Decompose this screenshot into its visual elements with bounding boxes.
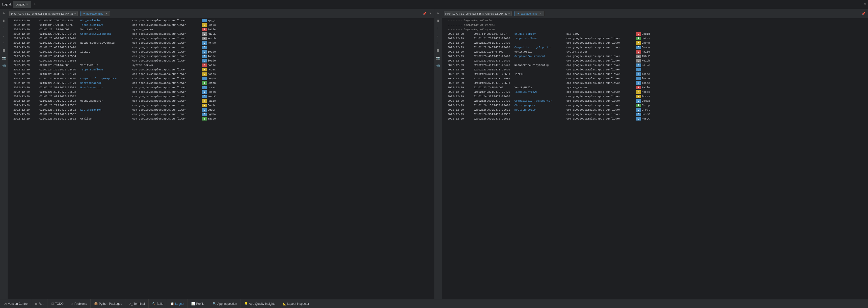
log-row[interactable]: 2022-12-2902:02:23.62122470-22584libEGLc… xyxy=(8,50,434,54)
sidebar-icon-clear[interactable]: ⊗ xyxy=(0,10,7,17)
left-pin-icon[interactable]: 📌 xyxy=(422,11,428,16)
sidebar-icon-pause[interactable]: ⏸ xyxy=(0,17,7,24)
log-row[interactable]: 2022-12-2902:02:23.40222470-22470com.goo… xyxy=(442,67,868,72)
bottom-item-python-packages[interactable]: 📦Python Packages xyxy=(91,299,126,308)
right-filter-clear[interactable]: ✕ xyxy=(539,12,542,16)
log-msg: Faile xyxy=(208,104,433,107)
log-row[interactable]: 2022-12-2902:02:23.40022470-22470Graphic… xyxy=(442,54,868,58)
bottom-item-version-control[interactable]: ⎇Version Control xyxy=(0,299,32,308)
log-row[interactable]: 2022-12-2902:02:23.40222470-22470com.goo… xyxy=(8,45,434,50)
log-tag: VerityUtils xyxy=(515,50,566,53)
log-row[interactable]: 2022-12-2902:02:23.67322470-22584com.goo… xyxy=(8,58,434,63)
bottom-item-todo[interactable]: ☑TODO xyxy=(48,299,67,308)
bottom-item-build[interactable]: 🔨Build xyxy=(149,299,167,308)
right-pin-icon[interactable]: 📌 xyxy=(861,11,867,16)
log-pid: 22470-22470 xyxy=(58,32,80,35)
log-row[interactable]: 2022-12-2902:02:26.58422470-22582com.goo… xyxy=(8,90,434,94)
log-row[interactable]: 2022-12-2902:02:23.40022470-22470com.goo… xyxy=(442,58,868,63)
log-row[interactable]: --------- beginning of system xyxy=(442,27,868,32)
log-row[interactable]: 2022-12-2902:02:26.69922470-22582com.goo… xyxy=(8,94,434,99)
log-row[interactable]: 2022-12-2902:02:26.80322470-22582Gralloc… xyxy=(8,116,434,121)
bottom-item-profiler[interactable]: 📊Profiler xyxy=(188,299,209,308)
right-sidebar-icon-scroll-down[interactable]: ↓ xyxy=(434,32,441,39)
right-sidebar-icon-import[interactable]: ↕ xyxy=(434,40,441,47)
log-row[interactable]: 2022-12-2809:27:44.8901507-1507studio.de… xyxy=(442,32,868,36)
log-row[interactable]: 2022-12-2902:02:23.40222470-22470Network… xyxy=(8,41,434,45)
bottom-item-layout-inspector[interactable]: 📐Layout Inspector xyxy=(279,299,313,308)
sidebar-icon-scroll-up[interactable]: ↑ xyxy=(0,25,7,32)
left-log-content[interactable]: 2022-12-2901:00:55.7901639-1855EGL_emula… xyxy=(8,18,434,299)
log-row[interactable]: 2022-12-2902:02:26.15522470-22470Choreog… xyxy=(442,103,868,108)
right-device-selector[interactable]: Pixel XL API 31 (emulator-5554) Android … xyxy=(444,11,512,16)
log-row[interactable]: 2022-12-2902:02:24.32822470-22470com.goo… xyxy=(442,94,868,99)
sidebar-icon-record[interactable]: 📹 xyxy=(0,62,7,69)
log-row[interactable]: --------- beginning of kernel xyxy=(442,23,868,27)
left-filter-clear[interactable]: ✕ xyxy=(105,12,108,16)
log-row[interactable]: 2022-12-2902:02:26.69922470-22582com.goo… xyxy=(442,116,868,121)
log-row[interactable]: 2022-12-2902:02:26.58422470-22582com.goo… xyxy=(442,112,868,116)
right-sidebar-icon-scroll-up[interactable]: ↑ xyxy=(434,25,441,32)
log-msg: Acces xyxy=(642,90,867,93)
bottom-item-problems[interactable]: ⚠Problems xyxy=(67,299,91,308)
log-row[interactable]: 2022-12-2902:02:23.199546-603VerityUtils… xyxy=(8,27,434,32)
log-row[interactable]: 2022-12-2902:02:25.69022470-22470Compati… xyxy=(8,76,434,81)
right-sidebar-icon-pause[interactable]: ⏸ xyxy=(434,17,441,24)
bottom-item-run[interactable]: ▶Run xyxy=(32,299,48,308)
settings-icon[interactable]: ⚙ xyxy=(864,2,866,6)
sidebar-icon-import[interactable]: ↕ xyxy=(0,40,7,47)
log-row[interactable]: 2022-12-2902:02:23.62122470-22584libEGLc… xyxy=(442,72,868,76)
log-pkg: com.google.samples.apps.sunflower xyxy=(566,77,636,80)
sidebar-icon-screenshot[interactable]: 📷 xyxy=(0,55,7,61)
log-row[interactable]: 2022-12-2901:01:04.7701639-1675.apps.sun… xyxy=(8,23,434,27)
left-device-selector[interactable]: Pixel XL API 31 (emulator-5554) Android … xyxy=(9,11,78,16)
log-row[interactable]: 2022-12-2902:02:21.96322470-22470com.goo… xyxy=(442,41,868,45)
log-row[interactable]: 2022-12-2902:02:26.71522470-22582com.goo… xyxy=(8,112,434,116)
log-time: 02:02:26.579 xyxy=(39,86,58,89)
log-row[interactable]: 2022-12-2902:02:25.69022470-22470Compati… xyxy=(442,99,868,103)
log-pkg: com.google.samples.apps.sunflower xyxy=(132,55,202,58)
log-date: 2022-12-29 xyxy=(447,55,474,58)
log-row[interactable]: --------- beginning of main xyxy=(442,18,868,23)
sidebar-icon-filter[interactable]: ☰ xyxy=(0,47,7,54)
right-filter-box[interactable]: ▼ package:mine ✕ xyxy=(515,11,544,17)
log-row[interactable]: 2022-12-2902:02:26.70922470-22582OpenGLR… xyxy=(8,99,434,103)
log-row[interactable]: 2022-12-2902:02:24.32722470-22470.apps.s… xyxy=(442,90,868,94)
log-row[interactable]: 2022-12-2901:00:55.7901639-1855EGL_emula… xyxy=(8,18,434,23)
tab-close-icon[interactable]: ✕ xyxy=(26,3,28,6)
log-row[interactable]: 2022-12-2902:02:26.57922470-22582HostCon… xyxy=(8,85,434,90)
bottom-item-app-quality-insights[interactable]: 💡App Quality Insights xyxy=(241,299,279,308)
log-row[interactable]: 2022-12-2902:02:21.76322470-22470.apps.s… xyxy=(442,36,868,41)
right-sidebar-icon-clear[interactable]: ⊗ xyxy=(434,10,441,17)
log-row[interactable]: 2022-12-2902:02:23.743546-603VerityUtils… xyxy=(442,85,868,90)
tab-logcat[interactable]: Logcat ✕ xyxy=(12,1,31,8)
log-row[interactable]: 2022-12-2902:02:23.40022470-22470Graphic… xyxy=(8,32,434,36)
log-row[interactable]: 2022-12-2902:02:23.743546-603VerityUtils… xyxy=(8,63,434,67)
log-row[interactable]: 2022-12-2902:02:22.54522470-22470Compati… xyxy=(442,45,868,50)
log-row[interactable]: 2022-12-2902:02:23.67322470-22584com.goo… xyxy=(442,81,868,85)
right-sidebar-icon-screenshot[interactable]: 📷 xyxy=(434,55,441,61)
log-row[interactable]: 2022-12-2902:02:24.32822470-22470com.goo… xyxy=(8,72,434,76)
log-row[interactable]: 2022-12-2902:02:26.71322470-22582EGL_emu… xyxy=(8,108,434,112)
log-row[interactable]: 2022-12-2902:02:23.66422470-22584com.goo… xyxy=(8,54,434,58)
log-level-badge: D xyxy=(202,90,207,94)
log-row[interactable]: 2022-12-2902:02:23.199546-603VerityUtils… xyxy=(442,50,868,54)
log-row[interactable]: 2022-12-2902:02:23.66422470-22584com.goo… xyxy=(442,76,868,81)
log-row[interactable]: 2022-12-2902:02:26.15522470-22470Choreog… xyxy=(8,81,434,85)
log-row[interactable]: 2022-12-2902:02:24.32722470-22470.apps.s… xyxy=(8,67,434,72)
tab-add-button[interactable]: + xyxy=(31,2,38,7)
log-row[interactable]: 2022-12-2902:02:26.71122470-22582com.goo… xyxy=(8,103,434,108)
log-row[interactable]: 2022-12-2902:02:23.40022470-22470com.goo… xyxy=(8,36,434,41)
log-row[interactable]: 2022-12-2902:02:26.57922470-22582HostCon… xyxy=(442,108,868,112)
right-sidebar-icon-filter[interactable]: ☰ xyxy=(434,47,441,54)
log-time: 02:02:23.400 xyxy=(39,32,58,35)
left-filter-box[interactable]: ▼ package:mine ✕ xyxy=(81,11,110,17)
sidebar-icon-scroll-down[interactable]: ↓ xyxy=(0,32,7,39)
bottom-item-logcat[interactable]: 📋Logcat xyxy=(167,299,188,308)
log-msg: HostC xyxy=(208,95,433,98)
right-log-content[interactable]: --------- beginning of main--------- beg… xyxy=(442,18,868,299)
bottom-item-app-inspection[interactable]: 🔍App Inspection xyxy=(209,299,241,308)
left-help-icon[interactable]: ? xyxy=(429,11,433,16)
right-sidebar-icon-record[interactable]: 📹 xyxy=(434,62,441,69)
log-row[interactable]: 2022-12-2902:02:23.40222470-22470Network… xyxy=(442,63,868,67)
bottom-item-terminal[interactable]: >_Terminal xyxy=(126,299,149,308)
